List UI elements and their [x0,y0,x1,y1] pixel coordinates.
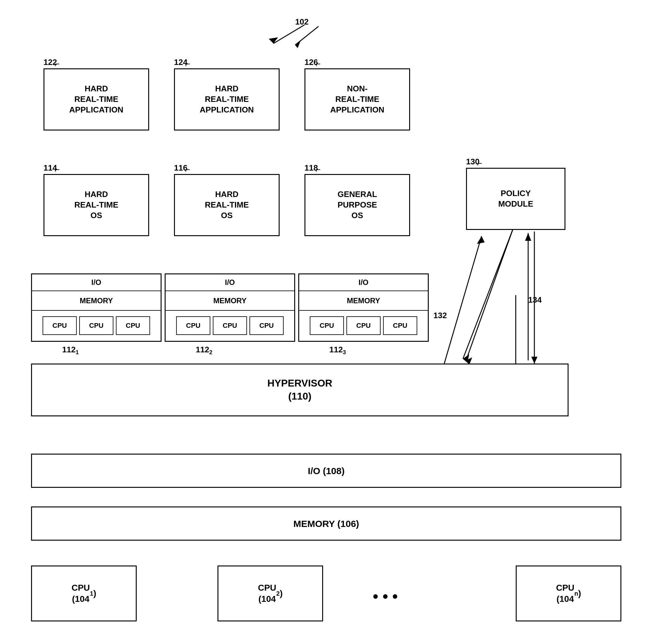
ref-112-3: 1123 [329,345,346,356]
os-box-118: GENERALPURPOSEOS [304,174,410,236]
bracket-124: ⌐ [185,59,190,69]
memory-layer-2: MEMORY [166,291,294,311]
memory-layer-1: MEMORY [32,291,161,311]
cpu-cell-1a: CPU [43,316,77,335]
cpu-row-1: CPU CPU CPU [32,311,161,341]
partition-112-3: I/O MEMORY CPU CPU CPU [298,273,429,342]
svg-marker-14 [295,40,301,48]
svg-line-9 [444,236,482,364]
bracket-122: ⌐ [55,59,60,69]
memory-bar: MEMORY (106) [31,506,621,541]
cpu-cell-2c: CPU [249,316,284,335]
app-box-122: HARDREAL-TIMEAPPLICATION [43,68,149,131]
cpu-cell-3b: CPU [346,316,381,335]
ref-132: 132 [434,311,447,320]
svg-line-3 [466,230,512,360]
ref-102: 102 [295,17,308,27]
ref-112-1: 1121 [62,345,79,356]
memory-layer-3: MEMORY [299,291,428,311]
svg-marker-8 [463,354,469,363]
cpu-cell-2b: CPU [213,316,247,335]
svg-line-0 [273,25,304,43]
svg-marker-12 [531,357,537,364]
cpu-row-2: CPU CPU CPU [166,311,294,341]
bracket-118: ⌐ [316,165,320,175]
hypervisor-box: HYPERVISOR(110) [31,364,568,417]
cpu-cell-3a: CPU [310,316,344,335]
cpu-cell-2a: CPU [176,316,210,335]
svg-line-13 [295,26,318,45]
io-layer-2: I/O [166,274,294,291]
cpu-cell-1b: CPU [79,316,113,335]
cpu-cell-3c: CPU [383,316,417,335]
app-box-124: HARDREAL-TIMEAPPLICATION [174,68,279,131]
partition-112-2: I/O MEMORY CPU CPU CPU [165,273,295,342]
ellipsis-dots: • • • [373,587,398,605]
partition-112-1: I/O MEMORY CPU CPU CPU [31,273,162,342]
ref-112-2: 1122 [196,345,212,356]
io-layer-3: I/O [299,274,428,291]
app-box-126: NON-REAL-TIMEAPPLICATION [304,68,410,131]
bracket-126: ⌐ [316,59,320,69]
cpu-box-104-n: CPU(104n) [516,565,621,622]
ref-134: 134 [528,295,541,305]
svg-line-7 [463,230,512,359]
os-box-114: HARDREAL-TIMEOS [43,174,149,236]
bracket-130: ⌐ [477,159,482,168]
io-bar: I/O (108) [31,454,621,488]
io-layer-1: I/O [32,274,161,291]
cpu-cell-1c: CPU [116,316,150,335]
svg-marker-10 [477,236,485,244]
bracket-114: ⌐ [55,165,60,175]
svg-marker-1 [269,37,278,43]
os-box-116: HARDREAL-TIMEOS [174,174,279,236]
cpu-box-104-2: CPU(1042) [218,565,323,622]
policy-module-box: POLICYMODULE [466,168,565,230]
cpu-box-104-1: CPU(1041) [31,565,137,622]
cpu-row-3: CPU CPU CPU [299,311,428,341]
bracket-116: ⌐ [185,165,190,175]
diagram: 102 HARDREAL-TIMEAPPLICATION 122 ⌐ HARDR [0,0,672,641]
svg-marker-6 [525,233,531,241]
